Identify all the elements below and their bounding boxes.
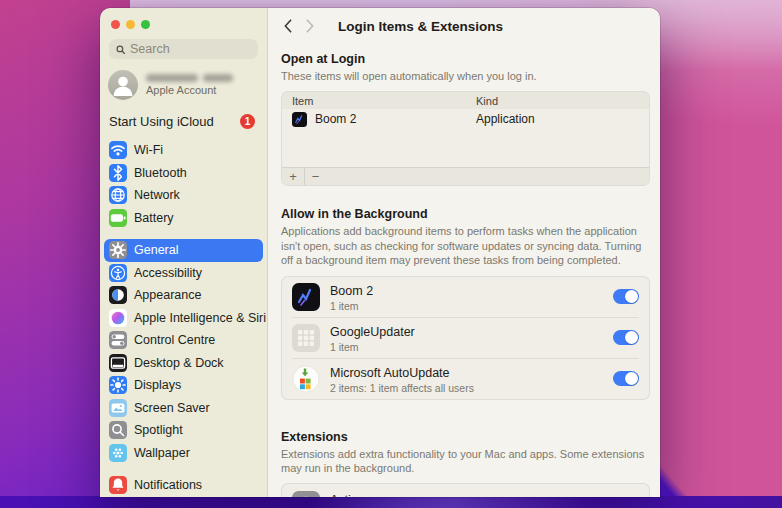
sidebar-item-label: Accessibility	[134, 266, 202, 280]
sidebar-item-label: General	[134, 243, 178, 257]
sun-icon	[109, 376, 127, 394]
allow-background-section: Allow in the Background Applications add…	[281, 207, 650, 399]
pane-header: Login Items & Extensions	[268, 8, 660, 44]
sidebar-item-label: Wi-Fi	[134, 143, 163, 157]
sidebar-item-screen-saver[interactable]: Screen Saver	[104, 397, 263, 420]
search-input[interactable]: Search	[109, 39, 258, 59]
appearance-icon	[109, 286, 127, 304]
sidebar-item-control-centre[interactable]: Control Centre	[104, 329, 263, 352]
extensions-section: Extensions Extensions add extra function…	[281, 430, 650, 497]
section-description: Applications add background items to per…	[281, 224, 650, 267]
sidebar-item-label: Desktop & Dock	[134, 356, 224, 370]
sidebar-item-wallpaper[interactable]: Wallpaper	[104, 442, 263, 465]
controlcentre-icon	[109, 331, 127, 349]
accessibility-icon	[109, 264, 127, 282]
googleupdater-toggle[interactable]	[613, 330, 639, 346]
forward-button[interactable]	[304, 18, 316, 34]
main-pane: Login Items & Extensions Open at Login T…	[268, 8, 660, 497]
battery-icon	[109, 209, 127, 227]
globe-icon	[109, 186, 127, 204]
search-placeholder: Search	[130, 42, 170, 56]
table-empty-area	[282, 129, 649, 167]
gear-icon	[109, 241, 127, 259]
sidebar-item-label: Network	[134, 188, 180, 202]
column-kind: Kind	[476, 95, 649, 107]
account-name-redacted	[146, 74, 233, 82]
sidebar-item-apple-intelligence-siri[interactable]: Apple Intelligence & Siri	[104, 307, 263, 330]
sidebar-item-battery[interactable]: Battery	[104, 207, 263, 230]
sidebar-item-label: Appearance	[134, 288, 201, 302]
boom2-icon	[292, 112, 307, 127]
wallpaper-icon	[109, 444, 127, 462]
nav-group-divider	[104, 229, 263, 239]
remove-login-item-button[interactable]: −	[304, 168, 326, 185]
sidebar-item-spotlight[interactable]: Spotlight	[104, 419, 263, 442]
sidebar-item-displays[interactable]: Displays	[104, 374, 263, 397]
background-item-detail: 1 item	[330, 300, 603, 312]
pane-content: Open at Login These items will open auto…	[268, 44, 660, 497]
background-item-detail: 2 items: 1 item affects all users	[330, 382, 603, 394]
sidebar-item-label: Apple Intelligence & Siri	[134, 311, 266, 325]
search-icon	[115, 44, 126, 55]
minimize-button[interactable]	[126, 20, 135, 29]
account-type-label: Apple Account	[146, 84, 233, 96]
zoom-button[interactable]	[141, 20, 150, 29]
table-footer: + −	[282, 167, 649, 185]
sidebar-item-notifications[interactable]: Notifications	[104, 474, 263, 497]
sidebar-item-label: Control Centre	[134, 333, 215, 347]
column-item: Item	[292, 95, 476, 107]
msupdate-icon	[292, 365, 320, 393]
avatar	[108, 70, 138, 100]
sidebar-item-label: Displays	[134, 378, 181, 392]
screensaver-icon	[109, 399, 127, 417]
googleupdater-icon	[292, 324, 320, 352]
background-item-name: Boom 2	[330, 284, 373, 298]
sidebar-item-network[interactable]: Network	[104, 184, 263, 207]
sidebar-item-label: Screen Saver	[134, 401, 210, 415]
sidebar-item-desktop-dock[interactable]: Desktop & Dock	[104, 352, 263, 375]
close-button[interactable]	[111, 20, 120, 29]
login-item-kind: Application	[476, 112, 649, 126]
sidebar-item-label: Wallpaper	[134, 446, 190, 460]
dock-icon	[109, 354, 127, 372]
login-item-row[interactable]: Boom 2Application	[282, 109, 649, 129]
extensions-card: ActionsMarkup	[281, 483, 650, 497]
sidebar-item-label: Spotlight	[134, 423, 183, 437]
page-title: Login Items & Extensions	[338, 19, 503, 34]
sidebar: Search Apple Account Start Using iCloud …	[100, 8, 268, 497]
sidebar-item-wi-fi[interactable]: Wi-Fi	[104, 139, 263, 162]
wifi-icon	[109, 141, 127, 159]
icloud-banner[interactable]: Start Using iCloud 1	[109, 114, 255, 129]
notification-badge: 1	[240, 114, 255, 129]
sidebar-item-general[interactable]: General	[104, 239, 263, 262]
sidebar-item-label: Bluetooth	[134, 166, 187, 180]
background-item-name: GoogleUpdater	[330, 325, 415, 339]
sidebar-item-label: Battery	[134, 211, 174, 225]
background-item-row: Boom 21 item	[282, 277, 649, 317]
section-title: Extensions	[281, 430, 650, 444]
background-item-detail: 1 item	[330, 341, 603, 353]
open-at-login-section: Open at Login These items will open auto…	[281, 52, 650, 186]
table-header: Item Kind	[282, 92, 649, 109]
bell-icon	[109, 476, 127, 494]
add-login-item-button[interactable]: +	[282, 168, 304, 185]
sidebar-item-bluetooth[interactable]: Bluetooth	[104, 162, 263, 185]
section-title: Open at Login	[281, 52, 650, 66]
background-item-row: GoogleUpdater1 item	[282, 318, 649, 358]
background-item-row: Microsoft AutoUpdate2 items: 1 item affe…	[282, 359, 649, 399]
sidebar-item-appearance[interactable]: Appearance	[104, 284, 263, 307]
background-item-name: Microsoft AutoUpdate	[330, 366, 450, 380]
login-item-name: Boom 2	[315, 112, 356, 126]
section-description: These items will open automatically when…	[281, 69, 650, 83]
sidebar-item-accessibility[interactable]: Accessibility	[104, 262, 263, 285]
section-title: Allow in the Background	[281, 207, 650, 221]
magnifier-icon	[109, 421, 127, 439]
system-settings-window: Search Apple Account Start Using iCloud …	[100, 8, 660, 497]
sidebar-nav: Wi-FiBluetoothNetworkBatteryGeneralAcces…	[100, 139, 267, 497]
boom-2-toggle[interactable]	[613, 289, 639, 305]
apple-account-row[interactable]: Apple Account	[108, 70, 259, 100]
back-button[interactable]	[282, 18, 294, 34]
microsoft-autoupdate-toggle[interactable]	[613, 371, 639, 387]
wallpaper-bottom-band	[0, 496, 782, 508]
extension-name: Actions	[330, 493, 371, 497]
